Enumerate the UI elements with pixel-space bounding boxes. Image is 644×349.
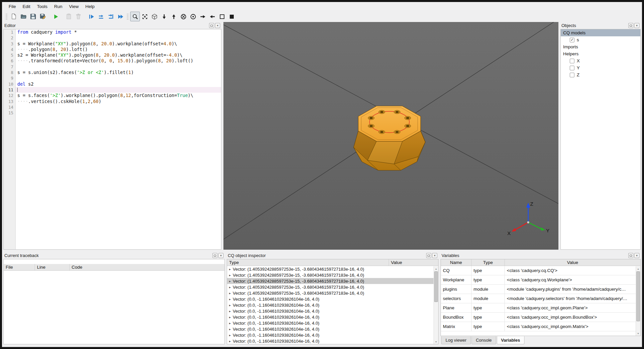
variable-row[interactable]: pluginsmodule<module 'cadquery.plugins' … [441, 285, 636, 294]
tab-log-viewer[interactable]: Log viewer [441, 336, 471, 344]
variables-float-button[interactable] [628, 253, 633, 258]
menu-file[interactable]: File [5, 3, 19, 10]
editor-close-button[interactable]: ✕ [215, 23, 220, 28]
checkbox[interactable] [570, 66, 574, 70]
tree-item-y[interactable]: Y [561, 64, 640, 71]
code-line[interactable]: s2 = Workplane("XY").polygon(8, 20.0).wo… [16, 52, 221, 58]
code-line[interactable]: s = Workplane("XY").polygon(8, 20.0).wor… [16, 41, 221, 47]
expand-arrow-icon[interactable]: ▸ [227, 321, 233, 325]
variable-row[interactable]: Workplanetype<class 'cadquery.cq.Workpla… [441, 275, 636, 285]
tree-item-imports[interactable]: Imports [561, 43, 640, 50]
inspector-float-button[interactable] [426, 253, 431, 258]
variables-close-button[interactable]: ✕ [634, 253, 639, 258]
editor-code[interactable]: from cadquery import *s = Workplane("XY"… [16, 29, 221, 249]
tab-console[interactable]: Console [472, 336, 496, 344]
delete-button[interactable] [74, 12, 83, 21]
inspector-row[interactable]: ▸Vector: (0.0, -1.1604610293826104e-16, … [227, 332, 434, 338]
left-view-button[interactable] [198, 12, 207, 21]
expand-arrow-icon[interactable]: ▸ [227, 333, 233, 337]
code-line[interactable]: ····.transformed(rotate=Vector(0, 0, 15.… [16, 58, 221, 64]
variable-row[interactable]: CQtype<class 'cadquery.cq.CQ'> [441, 266, 636, 275]
scroll-up-icon[interactable]: ▲ [434, 266, 438, 271]
traceback-float-button[interactable] [212, 253, 217, 258]
code-line[interactable] [16, 64, 221, 70]
expand-arrow-icon[interactable]: ▸ [227, 273, 233, 277]
inspector-scrollbar[interactable]: ▲ ▼ [434, 266, 438, 344]
checkbox[interactable] [570, 73, 574, 77]
inspector-row[interactable]: ▸Vector: (1.4053924288597253e-15, -3.680… [227, 266, 434, 272]
top-view-button[interactable] [159, 12, 169, 21]
back-view-button[interactable] [188, 12, 198, 21]
expand-arrow-icon[interactable]: ▸ [227, 327, 233, 331]
checkbox[interactable] [570, 59, 574, 63]
tree-item-helpers[interactable]: Helpers [561, 50, 640, 57]
expand-arrow-icon[interactable]: ▸ [227, 279, 233, 283]
inspector-row[interactable]: ▸Vector: (0.0, -1.1604610293826104e-16, … [227, 326, 434, 332]
expand-arrow-icon[interactable]: ▸ [227, 267, 233, 271]
inspector-row[interactable]: ▸Vector: (0.0, -1.1604610293826104e-16, … [227, 308, 434, 314]
code-line[interactable] [16, 75, 221, 81]
cad-model[interactable] [354, 106, 425, 170]
code-line[interactable] [16, 104, 221, 110]
inspector-row[interactable]: ▸Vector: (1.4053924288597253e-15, -3.680… [227, 272, 434, 278]
inspector-row[interactable]: ▸Vector: (1.4053924288597253e-15, -3.680… [227, 278, 434, 284]
scroll-down-icon[interactable]: ▼ [636, 331, 640, 336]
scroll-down-icon[interactable]: ▼ [434, 339, 438, 344]
variable-row[interactable]: selectorsmodule<module 'cadquery.selecto… [441, 294, 636, 303]
objects-float-button[interactable] [628, 23, 633, 28]
inspector-close-button[interactable]: ✕ [432, 253, 437, 258]
wireframe-view-button[interactable] [217, 12, 227, 21]
clipboard-button[interactable] [64, 12, 74, 21]
scrollbar-thumb[interactable] [434, 271, 438, 302]
iso-view-button[interactable] [150, 12, 159, 21]
code-line[interactable]: del s2 [16, 81, 221, 87]
save-as-button[interactable] [38, 12, 48, 21]
tab-variables[interactable]: Variables [497, 336, 524, 344]
debug-button[interactable] [87, 12, 96, 21]
inspector-row[interactable]: ▸Vector: (1.4053924288597253e-15, -3.680… [227, 290, 434, 296]
editor-float-button[interactable] [209, 23, 214, 28]
expand-arrow-icon[interactable]: ▸ [227, 291, 233, 295]
continue-button[interactable] [116, 12, 125, 21]
inspector-row[interactable]: ▸Vector: (1.4053924288597253e-15, -3.680… [227, 284, 434, 290]
inspector-row[interactable]: ▸Vector: (0.0, -1.1604610293826104e-16, … [227, 314, 434, 320]
menu-help[interactable]: Help [82, 3, 98, 10]
menu-edit[interactable]: Edit [19, 3, 34, 10]
3d-viewport[interactable]: Z X Y [223, 22, 558, 250]
menu-run[interactable]: Run [51, 3, 66, 10]
scrollbar-thumb[interactable] [636, 271, 640, 321]
expand-arrow-icon[interactable]: ▸ [227, 309, 233, 313]
new-document-button[interactable] [9, 12, 19, 21]
code-line[interactable] [16, 110, 221, 116]
open-button[interactable] [19, 12, 28, 21]
bottom-view-button[interactable] [169, 12, 178, 21]
code-line[interactable] [16, 87, 221, 93]
scroll-up-icon[interactable]: ▲ [636, 266, 640, 271]
tree-item-z[interactable]: Z [561, 71, 640, 78]
expand-arrow-icon[interactable]: ▸ [227, 315, 233, 319]
variables-scrollbar[interactable]: ▲ ▼ [636, 266, 640, 336]
expand-arrow-icon[interactable]: ▸ [227, 339, 233, 343]
front-view-button[interactable] [178, 12, 188, 21]
inspector-row[interactable]: ▸Vector: (0.0, -1.1604610293826104e-16, … [227, 320, 434, 326]
objects-close-button[interactable]: ✕ [634, 23, 639, 28]
zoom-button[interactable] [130, 12, 140, 21]
expand-arrow-icon[interactable]: ▸ [227, 303, 233, 307]
code-line[interactable]: ····.polygon(8, 20).loft() [16, 47, 221, 52]
fit-view-button[interactable] [140, 12, 150, 21]
render-button[interactable] [51, 12, 61, 21]
code-line[interactable]: from cadquery import * [16, 29, 221, 35]
step-in-button[interactable] [106, 12, 116, 21]
menu-tools[interactable]: Tools [34, 3, 51, 10]
shaded-view-button[interactable] [227, 12, 236, 21]
traceback-close-button[interactable]: ✕ [218, 253, 223, 258]
inspector-row[interactable]: ▸Vector: (0.0, -1.1604610293826104e-16, … [227, 338, 434, 344]
menu-view[interactable]: View [66, 3, 82, 10]
checkbox[interactable]: ✓ [570, 38, 574, 42]
inspector-row[interactable]: ▸Vector: (0.0, -1.1604610293826104e-16, … [227, 302, 434, 308]
code-line[interactable] [16, 35, 221, 41]
inspector-row[interactable]: ▸Vector: (0.0, -1.1604610293826104e-16, … [227, 296, 434, 302]
variable-row[interactable]: Matrixtype<class 'cadquery.occ_impl.geom… [441, 322, 636, 331]
tree-item-cq-models[interactable]: CQ models [561, 29, 640, 36]
tree-item-s[interactable]: ✓s [561, 36, 640, 43]
